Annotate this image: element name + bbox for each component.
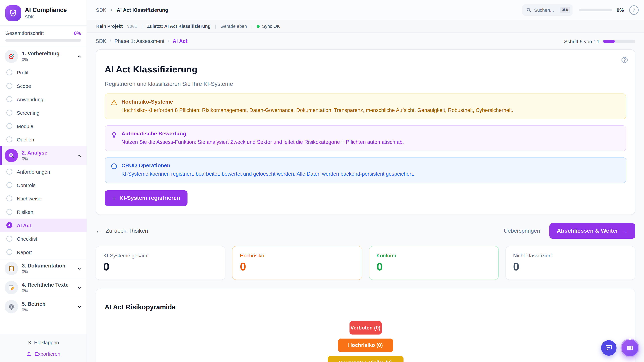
brand-title: AI Compliance	[25, 7, 67, 13]
topbar-progress-value: 0%	[617, 7, 624, 13]
section-label: 1. Vorbereitung	[22, 51, 73, 57]
sidebar-item-profil[interactable]: Profil	[0, 66, 86, 79]
breadcrumb-root[interactable]: SDK	[96, 7, 106, 13]
sidebar-item-report[interactable]: Report	[0, 245, 86, 259]
section-label: 5. Betrieb	[22, 301, 73, 307]
pyramid-level-hochrisiko: Hochrisiko (0)	[338, 338, 393, 352]
sidebar-item-checklist[interactable]: Checklist	[0, 232, 86, 245]
register-ki-system-button[interactable]: + KI-System registrieren	[105, 190, 188, 206]
sidebar-item-scope[interactable]: Scope	[0, 79, 86, 92]
pyramid-level-begrenztes-risiko: Begrenztes Risiko (0)	[328, 356, 403, 362]
back-button[interactable]: ← Zurueck: Risiken	[96, 228, 504, 234]
phase-breadcrumb: SDK / Phase 1: Assessment / AI Act	[96, 38, 564, 44]
complete-next-button[interactable]: Abschliessen & Weiter →	[550, 223, 635, 239]
ai-act-card: AI Act Klassifizierung Registrieren und …	[96, 49, 635, 215]
sidebar-section-rechtliche-texte[interactable]: 4. Rechtliche Texte 0%	[0, 278, 86, 297]
section-progress: 0%	[22, 57, 73, 62]
last-step-label: Zuletzt: AI Act Klassifizierung	[147, 24, 211, 29]
section-progress: 0%	[22, 157, 73, 161]
sidebar-item-risiken[interactable]: Risiken	[0, 205, 86, 219]
app-window: AI Compliance SDK Gesamtfortschritt 0%	[0, 0, 644, 362]
chevron-down-icon	[77, 285, 82, 290]
magnifier-icon	[5, 149, 18, 162]
last-saved-time: Gerade eben	[220, 24, 247, 29]
step-radio	[6, 136, 12, 142]
alert-body: KI-Systeme koennen registriert, bearbeit…	[122, 171, 414, 178]
sidebar-item-quellen[interactable]: Quellen	[0, 133, 86, 146]
sidebar-section-vorbereitung[interactable]: 1. Vorbereitung 0%	[0, 47, 86, 66]
alert-title: CRUD-Operationen	[122, 163, 414, 169]
step-radio	[6, 195, 12, 201]
alert-title: Automatische Bewertung	[122, 131, 404, 137]
sidebar-item-controls[interactable]: Controls	[0, 178, 86, 192]
skip-button[interactable]: Ueberspringen	[504, 228, 540, 234]
project-name: Kein Projekt	[96, 24, 123, 29]
search-input[interactable]: Suchen... ⌘K	[522, 4, 573, 15]
sidebar-item-screening[interactable]: Screening	[0, 106, 86, 119]
step-progress-bar	[603, 40, 635, 43]
lightbulb-icon	[111, 131, 118, 146]
double-chevron-left-icon: «	[28, 339, 31, 345]
alert-automatische-bewertung: Automatische Bewertung Nutzen Sie die As…	[105, 125, 626, 151]
section-label: 4. Rechtliche Texte	[22, 282, 73, 288]
arrow-right-icon: →	[622, 228, 628, 234]
warning-triangle-icon	[111, 99, 118, 114]
topbar-progress-bar	[580, 8, 612, 11]
pyramid-level-verboten: Verboten (0)	[349, 321, 382, 334]
viewport: AI Compliance SDK Gesamtfortschritt 0%	[0, 0, 644, 362]
export-button[interactable]: Exportieren	[5, 351, 82, 357]
sidebar-section-dokumentation[interactable]: 3. Dokumentation 0%	[0, 259, 86, 278]
info-circle-icon	[111, 163, 118, 178]
step-radio-selected	[6, 222, 12, 228]
risk-pyramid: Verboten (0) Hochrisiko (0) Begrenztes R…	[105, 321, 626, 362]
pyramid-title: AI Act Risikopyramide	[105, 303, 626, 311]
sidebar-item-nachweise[interactable]: Nachweise	[0, 192, 86, 205]
step-counter: Schritt 5 von 14	[564, 38, 599, 44]
sidebar-header: AI Compliance SDK	[0, 0, 86, 26]
stat-card-nicht-klassifiziert: Nicht klassifiziert 0	[506, 246, 636, 280]
step-radio	[6, 69, 12, 75]
wizard-nav: ← Zurueck: Risiken Ueberspringen Abschli…	[96, 223, 635, 239]
collapse-sidebar-button[interactable]: « Einklappen	[5, 339, 82, 346]
card-help-icon[interactable]	[621, 56, 628, 64]
step-radio	[6, 83, 12, 89]
step-radio	[6, 209, 12, 215]
page-title: AI Act Klassifizierung	[105, 64, 626, 75]
search-icon	[526, 7, 532, 12]
step-progress-fill	[603, 40, 615, 43]
step-radio	[6, 169, 12, 175]
phase-crumb-phase[interactable]: Phase 1: Assessment	[114, 38, 164, 44]
sidebar-item-anwendung[interactable]: Anwendung	[0, 92, 86, 106]
stat-cards: KI-Systeme gesamt 0 Hochrisiko 0 Konform…	[96, 246, 635, 280]
plus-icon: +	[112, 195, 116, 201]
overall-progress-value: 0%	[74, 30, 81, 36]
topbar: SDK AI Act Klassifizierung Suchen... ⌘K …	[87, 0, 644, 20]
phase-breadcrumb-row: SDK / Phase 1: Assessment / AI Act Schri…	[96, 38, 635, 44]
sidebar: AI Compliance SDK Gesamtfortschritt 0%	[0, 0, 87, 362]
phase-crumb-root[interactable]: SDK	[96, 38, 106, 44]
sidebar-item-ai-act[interactable]: AI Act	[0, 219, 86, 232]
sidebar-item-anforderungen[interactable]: Anforderungen	[0, 165, 86, 178]
shield-check-icon	[9, 9, 18, 17]
sidebar-section-betrieb[interactable]: 5. Betrieb 0%	[0, 297, 86, 316]
overall-progress: Gesamtfortschritt 0%	[0, 26, 86, 47]
main-area: SDK AI Act Klassifizierung Suchen... ⌘K …	[87, 0, 644, 362]
status-bar: Kein Projekt V001 | Zuletzt: AI Act Klas…	[87, 20, 644, 32]
chat-button[interactable]	[601, 340, 616, 356]
alert-body: Hochrisiko-KI erfordert 8 Pflichten: Ris…	[122, 107, 513, 114]
step-radio	[6, 236, 12, 242]
section-label: 2. Analyse	[22, 150, 73, 156]
widgets-button[interactable]	[620, 339, 639, 357]
sync-status: Sync OK	[257, 24, 280, 29]
sync-ok-dot	[257, 25, 260, 28]
step-radio	[6, 182, 12, 188]
help-icon[interactable]: ?	[629, 5, 639, 14]
page-subtitle: Registrieren und klassifizieren Sie Ihre…	[105, 81, 626, 87]
sidebar-section-analyse[interactable]: 2. Analyse 0%	[0, 146, 86, 165]
stat-card-gesamt: KI-Systeme gesamt 0	[96, 246, 226, 280]
alert-body: Nutzen Sie die Assess-Funktion: Sie anal…	[122, 139, 404, 146]
version-badge: V001	[127, 24, 137, 29]
sidebar-item-module[interactable]: Module	[0, 119, 86, 133]
stat-card-hochrisiko: Hochrisiko 0	[232, 246, 362, 280]
alert-crud-operationen: CRUD-Operationen KI-Systeme koennen regi…	[105, 157, 626, 183]
